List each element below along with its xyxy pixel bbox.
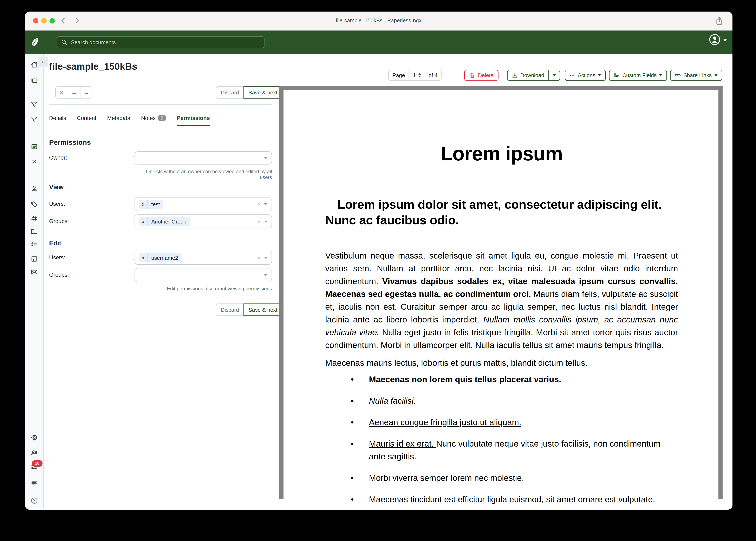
clear-selection-icon[interactable]: × xyxy=(258,218,261,225)
file-card-icon xyxy=(30,255,38,263)
app-header xyxy=(25,31,732,54)
owner-select[interactable] xyxy=(135,151,272,165)
download-options-caret[interactable] xyxy=(548,70,560,81)
list-bullets-icon xyxy=(30,241,38,249)
edit-users-label: Users: xyxy=(49,255,65,261)
tab-content[interactable]: Content xyxy=(77,115,97,126)
tab-details[interactable]: Details xyxy=(49,115,66,126)
page-navigation-group: Page 1 of 4 xyxy=(388,70,442,81)
delete-label: Delete xyxy=(478,72,493,78)
share-icon[interactable] xyxy=(715,17,723,26)
sidebar-item-close-document[interactable] xyxy=(30,158,38,166)
custom-fields-button[interactable]: Custom Fields xyxy=(609,70,667,81)
funnel-icon xyxy=(30,115,38,123)
app-window: file-sample_150kBs - Paperless-ngx xyxy=(25,12,732,510)
chip-remove-icon[interactable]: x xyxy=(139,217,148,226)
edit-users-select[interactable]: xusername2 × xyxy=(135,251,272,265)
preview-bullet-list: Maecenas non lorem quis tellus placerat … xyxy=(325,373,678,510)
home-icon xyxy=(30,61,38,69)
discard-button[interactable]: Discard xyxy=(216,86,243,99)
share-links-label: Share Links xyxy=(683,72,712,78)
actions-button[interactable]: ⋯ Actions xyxy=(565,70,606,81)
search-input[interactable] xyxy=(70,39,260,46)
sidebar-item-mail[interactable] xyxy=(30,268,38,276)
sidebar-item-dashboard[interactable] xyxy=(30,61,38,69)
close-document-button[interactable]: × xyxy=(55,86,68,99)
caret-down-icon xyxy=(659,74,662,76)
page-stepper-arrows-icon xyxy=(418,73,421,78)
page-number-stepper[interactable]: 1 xyxy=(409,70,424,81)
view-groups-select[interactable]: xAnother Group × xyxy=(135,215,272,229)
sidebar-item-documents[interactable] xyxy=(30,77,38,84)
list-item: Maecenas tincidunt est efficitur ligula … xyxy=(325,493,678,506)
share-links-button[interactable]: Share Links xyxy=(670,70,722,81)
clear-selection-icon[interactable]: × xyxy=(258,255,261,261)
permissions-heading: Permissions xyxy=(49,139,91,147)
sidebar-item-document-types[interactable] xyxy=(30,228,38,235)
chip-remove-icon[interactable]: x xyxy=(139,200,148,209)
sidebar-item-custom-fields[interactable] xyxy=(30,241,38,249)
download-button[interactable]: Download xyxy=(507,70,548,81)
preview-paragraph: Vestibulum neque massa, scelerisque sit … xyxy=(325,249,678,351)
delete-button[interactable]: Delete xyxy=(464,70,498,81)
divider xyxy=(49,297,272,297)
desktop: file-sample_150kBs - Paperless-ngx xyxy=(0,0,756,541)
view-users-label: Users: xyxy=(49,201,65,207)
sidebar-item-storage-paths[interactable] xyxy=(30,255,38,263)
log-lines-icon xyxy=(30,479,38,487)
caret-down-icon xyxy=(264,221,267,223)
window-title: file-sample_150kBs - Paperless-ngx xyxy=(25,17,732,24)
documents-icon xyxy=(30,77,38,84)
caret-down-icon xyxy=(598,74,601,76)
question-circle-icon xyxy=(30,497,38,504)
page-number-value: 1 xyxy=(413,72,416,78)
tab-permissions[interactable]: Permissions xyxy=(177,115,210,126)
sidebar-item-settings[interactable] xyxy=(30,434,38,441)
user-avatar-icon[interactable] xyxy=(709,33,721,46)
edit-groups-label: Groups: xyxy=(49,272,69,278)
chip-remove-icon[interactable]: x xyxy=(139,253,148,262)
sidebar-item-asn[interactable] xyxy=(30,215,38,223)
tab-metadata[interactable]: Metadata xyxy=(107,115,130,126)
document-nav-group: × ← → xyxy=(55,86,92,99)
download-split-button: Download xyxy=(507,70,560,81)
paperless-logo-icon[interactable] xyxy=(30,37,40,48)
caret-down-icon xyxy=(714,74,717,76)
save-and-next-button[interactable]: Save & next xyxy=(243,303,282,316)
gear-icon xyxy=(30,434,38,441)
macos-titlebar: file-sample_150kBs - Paperless-ngx xyxy=(25,12,732,31)
caret-down-icon xyxy=(264,157,267,159)
sidebar-item-open-document[interactable] xyxy=(30,143,38,151)
clear-selection-icon[interactable]: × xyxy=(258,201,261,207)
previous-document-button[interactable]: ← xyxy=(68,86,80,99)
notes-count-badge: 5 xyxy=(158,115,166,121)
sidebar-expand-button[interactable]: » xyxy=(38,57,48,67)
sidebar-item-filter[interactable] xyxy=(30,115,38,123)
user-menu-caret-icon[interactable] xyxy=(723,39,727,41)
tab-notes[interactable]: Notes5 xyxy=(141,115,166,126)
sidebar-item-logs[interactable] xyxy=(30,479,38,487)
page-label: Page xyxy=(388,70,409,81)
sidebar-item-users-groups[interactable] xyxy=(30,449,38,457)
download-icon xyxy=(512,72,518,78)
sidebar-item-help[interactable] xyxy=(30,497,38,504)
tag-icon xyxy=(30,201,38,209)
preview-subtitle: Lorem ipsum dolor sit amet, consectetur … xyxy=(325,197,678,228)
edit-groups-select[interactable] xyxy=(135,268,272,282)
view-users-select[interactable]: xtest × xyxy=(135,197,272,211)
save-and-next-button[interactable]: Save & next xyxy=(243,86,282,99)
sidebar: 16 xyxy=(25,54,44,510)
selected-user-chip: xusername2 xyxy=(139,253,182,262)
trash-icon xyxy=(469,72,475,78)
custom-fields-label: Custom Fields xyxy=(622,72,657,78)
next-document-button[interactable]: → xyxy=(80,86,92,99)
main-area: 16 » file-sample_150kBs Page 1 of 4 Dele… xyxy=(25,54,732,510)
sidebar-item-correspondents[interactable] xyxy=(30,185,38,192)
sidebar-item-tags[interactable] xyxy=(30,201,38,209)
sidebar-item-saved-views[interactable] xyxy=(30,100,38,108)
folder-icon xyxy=(30,228,38,235)
envelope-icon xyxy=(30,268,38,276)
discard-button[interactable]: Discard xyxy=(216,303,243,316)
caret-down-icon xyxy=(264,274,267,276)
caret-down-icon xyxy=(264,257,267,259)
